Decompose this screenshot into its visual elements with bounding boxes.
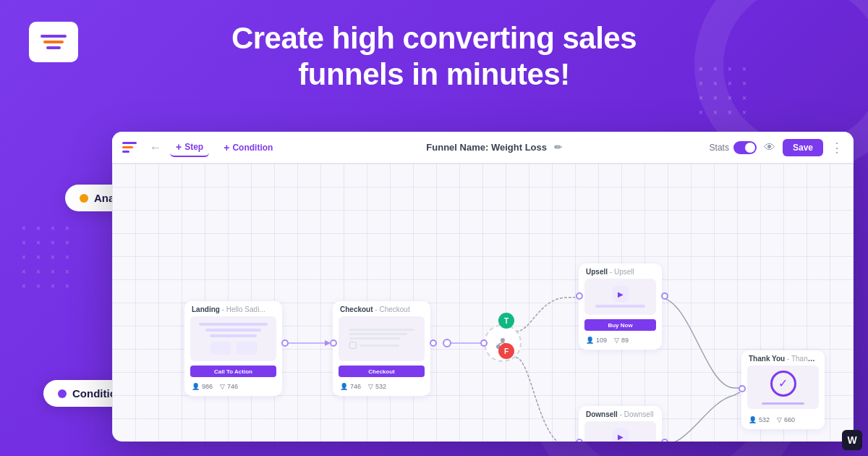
toolbar-logo-bar-2 <box>122 146 133 148</box>
headline-line1: Create high converting sales <box>0 20 868 56</box>
watermark: W <box>842 430 862 450</box>
preview-line <box>199 323 268 326</box>
preview-button <box>237 342 257 355</box>
upsell-subtitle: - Upsell <box>610 268 634 276</box>
landing-stat2-val: 746 <box>227 383 238 390</box>
checkout-cta: Checkout <box>339 366 425 377</box>
upsell-footer: 👤 109 ▽ 89 <box>579 334 662 350</box>
preview-line <box>595 305 645 308</box>
checkbox <box>349 342 357 349</box>
funnel-icon: ▽ <box>777 416 782 423</box>
person-icon: 👤 <box>749 416 757 423</box>
checkout-preview <box>339 316 425 361</box>
more-button[interactable]: ⋮ <box>830 140 843 156</box>
person-icon: 👤 <box>340 383 348 390</box>
checkout-subtitle: - Checkout <box>375 305 409 313</box>
funnel-name-display: Funnel Name: Weight Loss ✏ <box>287 142 700 153</box>
checkout-header: Checkout - Checkout <box>333 301 430 316</box>
upsell-stat2: ▽ 89 <box>614 337 629 344</box>
svg-point-5 <box>443 339 451 347</box>
step-label: Step <box>184 142 203 152</box>
preview-button <box>210 342 231 355</box>
toolbar: ← + Step + Condition Funnel Name: Weight… <box>112 132 854 164</box>
connector-dot-upsell-in <box>576 292 583 300</box>
landing-stat1-val: 986 <box>202 383 213 390</box>
connector-dot-upsell-out <box>661 292 668 300</box>
checkout-node[interactable]: Checkout - Checkout Checkout 👤 <box>333 301 430 396</box>
save-button[interactable]: Save <box>783 139 823 156</box>
funnel-name: Weight Loss <box>491 142 547 153</box>
back-button[interactable]: ← <box>150 141 161 154</box>
connector-dot-landing-out <box>281 339 289 347</box>
thankyou-preview: ✓ <box>747 366 819 409</box>
checkout-row <box>349 342 414 349</box>
plus-icon-2: + <box>224 142 229 153</box>
upsell-header: Upsell - Upsell <box>579 263 662 279</box>
stats-toggle[interactable] <box>733 141 757 154</box>
checkout-stat2: ▽ 532 <box>368 383 386 390</box>
landing-stat2: ▽ 746 <box>220 383 238 390</box>
connector-dot-split-in <box>480 339 488 347</box>
check-line <box>762 402 804 405</box>
downsell-node[interactable]: Downsell - Downsell ▶ Buy Now 👤 119 ▽ 39 <box>579 406 662 442</box>
landing-preview <box>190 316 276 361</box>
conditional-dot <box>58 389 67 398</box>
form-line <box>349 337 400 339</box>
downsell-subtitle: - Downsell <box>620 410 654 418</box>
toolbar-logo-bar-1 <box>122 142 137 144</box>
form-line <box>349 333 407 335</box>
landing-node[interactable]: Landing - Hello Sadi... Call To Action 👤… <box>184 301 282 396</box>
upsell-stat1: 👤 109 <box>586 337 607 344</box>
edit-icon[interactable]: ✏ <box>554 142 562 153</box>
funnel-prefix: Funnel Name: <box>426 142 488 153</box>
landing-cta: Call To Action <box>190 366 276 377</box>
checkout-stat1-val: 746 <box>350 383 361 390</box>
checkout-stat2-val: 532 <box>375 383 386 390</box>
preview-line <box>205 329 261 332</box>
upsell-cta: Buy Now <box>584 319 656 331</box>
stats-toggle-group: Stats <box>710 141 757 154</box>
canvas-area[interactable]: Landing - Hello Sadi... Call To Action 👤… <box>112 164 854 442</box>
toolbar-logo <box>122 142 137 153</box>
connector-dot-downsell-in <box>576 439 583 442</box>
thankyou-footer: 👤 532 ▽ 660 <box>741 413 825 429</box>
stats-label: Stats <box>710 143 729 153</box>
upsell-stat2-val: 89 <box>621 337 629 344</box>
analytics-dot <box>80 194 88 203</box>
thankyou-header: Thank You - Thank You <box>741 350 825 366</box>
thankyou-node[interactable]: Thank You - Thank You ✓ 👤 532 ▽ 660 <box>741 350 825 429</box>
add-step-button[interactable]: + Step <box>170 138 209 157</box>
checkout-stat1: 👤 746 <box>340 383 361 390</box>
thankyou-stat2-val: 660 <box>784 416 795 423</box>
toolbar-logo-bar-3 <box>122 151 129 153</box>
downsell-preview: ▶ <box>584 421 656 442</box>
landing-subtitle: - Hello Sadi... <box>222 305 265 313</box>
person-icon: 👤 <box>586 337 594 344</box>
toolbar-right: Stats 👁 Save ⋮ <box>710 139 843 156</box>
form-line <box>349 329 414 331</box>
preview-line <box>210 334 257 337</box>
thankyou-stat1-val: 532 <box>759 416 770 423</box>
add-condition-button[interactable]: + Condition <box>218 139 278 156</box>
upsell-node[interactable]: Upsell - Upsell ▶ Buy Now 👤 109 ▽ 89 <box>579 263 662 350</box>
funnel-icon: ▽ <box>614 337 619 344</box>
connector-dot-checkout-out <box>430 339 437 347</box>
condition-badge-red: F <box>498 343 514 359</box>
play-icon: ▶ <box>613 428 629 442</box>
downsell-title: Downsell <box>586 410 618 418</box>
person-icon: 👤 <box>192 383 200 390</box>
landing-header: Landing - Hello Sadi... <box>184 301 282 316</box>
headline: Create high converting sales funnels in … <box>0 20 868 93</box>
preview-icon[interactable]: 👁 <box>764 141 775 154</box>
landing-stat1: 👤 986 <box>192 383 213 390</box>
upsell-preview: ▶ <box>584 279 656 315</box>
downsell-header: Downsell - Downsell <box>579 406 662 421</box>
funnel-icon: ▽ <box>220 383 225 390</box>
play-icon: ▶ <box>613 286 629 302</box>
svg-point-7 <box>501 338 505 342</box>
plus-icon: + <box>176 141 182 153</box>
thankyou-subtitle: - Thank You <box>787 355 825 363</box>
funnel-icon: ▽ <box>368 383 373 390</box>
condition-label: Condition <box>232 143 273 153</box>
form-line <box>359 345 399 347</box>
